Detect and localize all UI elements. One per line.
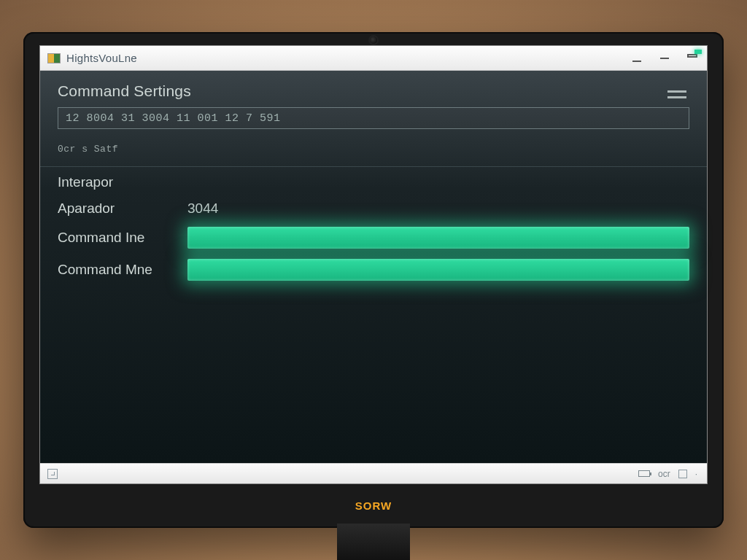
hamburger-icon: [667, 90, 686, 93]
window-title: HightsVouLne: [66, 52, 137, 64]
application-window: HightsVouLne Command Sertings 12: [39, 45, 708, 484]
command-string-value: 12 8004 31 3004 11 001 12 7 591: [66, 112, 281, 125]
minimize-button[interactable]: [630, 52, 644, 64]
command-ine-bar[interactable]: [187, 227, 689, 249]
status-bar: ocr ·: [40, 463, 707, 483]
menu-button[interactable]: [667, 87, 686, 101]
bar-fill: [187, 259, 689, 281]
status-text-1: ocr: [656, 469, 673, 479]
row-aparador: Aparador 3044: [40, 193, 707, 219]
bar-fill: [187, 227, 689, 249]
content-area: Command Sertings 12 8004 31 3004 11 001 …: [40, 71, 707, 463]
monitor-frame: SORW HightsVouLne Comm: [23, 32, 724, 528]
interapor-label: Interapor: [58, 174, 174, 190]
window-controls: [630, 52, 700, 64]
webcam-dot: [370, 36, 377, 44]
aparador-label: Aparador: [58, 201, 174, 217]
title-bar[interactable]: HightsVouLne: [40, 46, 707, 71]
command-mine-bar[interactable]: [187, 259, 689, 281]
command-mine-label: Command Mne: [58, 262, 174, 278]
monitor-stand: [337, 524, 410, 560]
section-heading: Command Sertings: [40, 71, 707, 107]
maximize-icon: [687, 54, 697, 63]
battery-icon: [638, 470, 650, 477]
status-text-2: ·: [693, 469, 700, 479]
app-icon: [47, 53, 61, 63]
row-interapor: Interapor: [40, 167, 707, 193]
command-ine-label: Command Ine: [58, 230, 174, 246]
dash-icon: [659, 54, 670, 63]
minimize-icon: [632, 54, 642, 63]
minimize2-button[interactable]: [657, 52, 672, 64]
power-led: [694, 50, 702, 54]
aparador-value: 3044: [187, 201, 218, 217]
command-string-input[interactable]: 12 8004 31 3004 11 001 12 7 591: [58, 107, 689, 129]
row-command-mine: Command Mne: [40, 252, 707, 284]
status-left-icon[interactable]: [47, 469, 58, 479]
svg-rect-2: [688, 55, 697, 57]
row-command-ine: Command Ine: [40, 219, 707, 252]
status-square-icon: [678, 470, 687, 478]
status-right: ocr ·: [638, 469, 700, 479]
monitor-brand: SORW: [355, 499, 392, 512]
sub-label: 0cr s Satf: [40, 139, 707, 160]
